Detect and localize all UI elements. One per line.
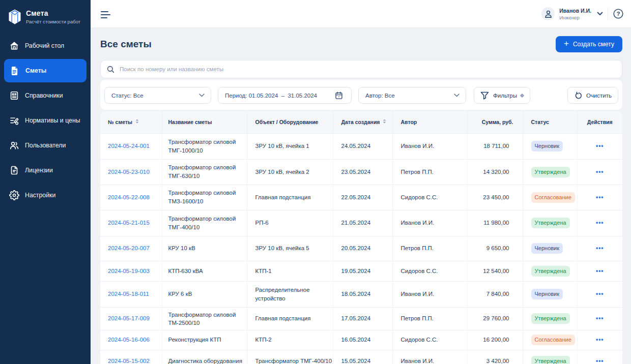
svg-text:?: ? [616,11,620,17]
